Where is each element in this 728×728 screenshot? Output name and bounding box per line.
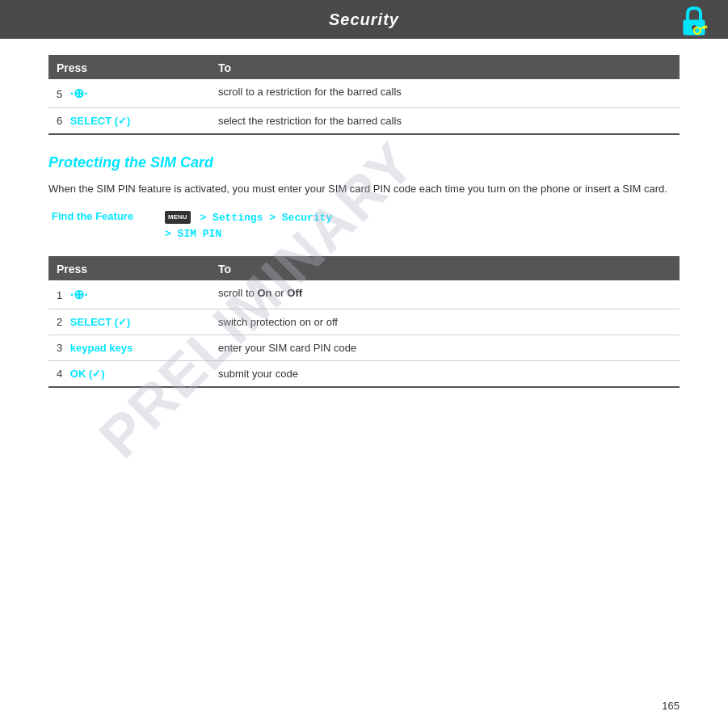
- bold-on: On: [257, 287, 271, 299]
- step-number: 2: [57, 316, 62, 328]
- page-header: Security: [0, 0, 728, 39]
- step-number: 4: [57, 368, 62, 380]
- section-title: Protecting the SIM Card: [48, 154, 680, 171]
- table-row: 3 keypad keys enter your SIM card PIN co…: [48, 335, 680, 361]
- keypad-label: keypad keys: [70, 342, 133, 354]
- svg-line-6: [705, 26, 707, 28]
- find-feature-label: Find the Feature: [52, 210, 165, 222]
- table-cell-press: 3 keypad keys: [48, 335, 210, 361]
- bottom-instruction-table: Press To 1 ·⊕· scroll to On or Off 2 SEL…: [48, 256, 680, 388]
- table-cell-action: enter your SIM card PIN code: [210, 335, 680, 361]
- nav-icon: ·⊕·: [70, 287, 88, 302]
- section-description: When the SIM PIN feature is activated, y…: [48, 181, 680, 197]
- table-cell-action: switch protection on or off: [210, 309, 680, 335]
- step-number: 5: [57, 88, 62, 100]
- step-number: 6: [57, 115, 62, 127]
- table-cell-press: 4 OK (✓): [48, 361, 210, 388]
- bold-off: Off: [287, 287, 302, 299]
- table-cell-press: 5 ·⊕·: [48, 79, 210, 108]
- table-cell-action: select the restriction for the barred ca…: [210, 108, 680, 135]
- table-cell-action: scroll to On or Off: [210, 280, 680, 309]
- menu-icon: MENU: [165, 211, 191, 225]
- select-button-label: SELECT (✓): [70, 316, 131, 328]
- table-row: 6 SELECT (✓) select the restriction for …: [48, 108, 680, 135]
- select-button-label: SELECT (✓): [70, 115, 131, 127]
- lock-icon: [676, 3, 712, 39]
- top-table-col1-header: Press: [48, 56, 210, 79]
- find-feature-path: MENU > Settings > Security > SIM PIN: [165, 210, 332, 244]
- nav-icon: ·⊕·: [70, 86, 88, 101]
- table-row: 4 OK (✓) submit your code: [48, 361, 680, 388]
- top-instruction-table: Press To 5 ·⊕· scroll to a restriction f…: [48, 55, 680, 135]
- table-cell-action: submit your code: [210, 361, 680, 388]
- table-row: 1 ·⊕· scroll to On or Off: [48, 280, 680, 309]
- table-row: 5 ·⊕· scroll to a restriction for the ba…: [48, 79, 680, 108]
- bottom-table-col1-header: Press: [48, 257, 210, 280]
- step-number: 3: [57, 342, 62, 354]
- find-feature-row: Find the Feature MENU > Settings > Secur…: [48, 210, 680, 244]
- page-title: Security: [329, 11, 399, 29]
- table-cell-press: 1 ·⊕·: [48, 280, 210, 309]
- table-cell-press: 6 SELECT (✓): [48, 108, 210, 135]
- table-cell-press: 2 SELECT (✓): [48, 309, 210, 335]
- find-feature-path-line1: > Settings > Security: [200, 212, 332, 224]
- page-number: 165: [662, 700, 680, 712]
- ok-button-label: OK (✓): [70, 368, 105, 380]
- main-content: Press To 5 ·⊕· scroll to a restriction f…: [0, 39, 728, 423]
- find-feature-path-line2: > SIM PIN: [165, 228, 221, 240]
- table-row: 2 SELECT (✓) switch protection on or off: [48, 309, 680, 335]
- step-number: 1: [57, 289, 62, 301]
- bottom-table-col2-header: To: [210, 257, 680, 280]
- svg-line-5: [704, 27, 705, 30]
- table-cell-action: scroll to a restriction for the barred c…: [210, 79, 680, 108]
- top-table-col2-header: To: [210, 56, 680, 79]
